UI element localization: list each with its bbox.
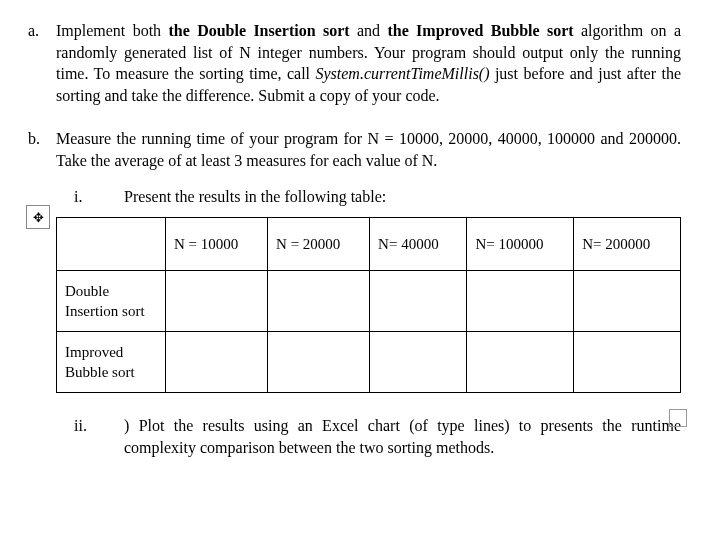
cell [166, 271, 268, 332]
item-b-label: b. [28, 128, 56, 468]
subitem-ii-label: ii. [56, 415, 124, 458]
text: Implement both [56, 22, 168, 39]
table-row: Improved Bubble sort [57, 332, 681, 393]
item-a-body: Implement both the Double Insertion sort… [56, 20, 681, 106]
cell [370, 271, 467, 332]
subitem-ii-text: ) Plot the results using an Excel chart … [124, 415, 681, 458]
item-a: a. Implement both the Double Insertion s… [28, 20, 681, 106]
cell [467, 332, 574, 393]
subitem-i-label: i. [56, 186, 124, 208]
bold-text: the Double Insertion sort [168, 22, 349, 39]
header-cell: N = 10000 [166, 218, 268, 271]
item-b: b. Measure the running time of your prog… [28, 128, 681, 468]
row-label: Improved Bubble sort [57, 332, 166, 393]
subitem-i-text: Present the results in the following tab… [124, 186, 681, 208]
subitem-ii-wrap: ii. ) Plot the results using an Excel ch… [56, 415, 681, 458]
table-row: Double Insertion sort [57, 271, 681, 332]
table-container: ✥ N = 10000 N = 20000 N= 40000 N= 100000… [56, 217, 681, 393]
item-b-body: Measure the running time of your program… [56, 128, 681, 468]
cell [268, 271, 370, 332]
code-text: System.currentTimeMillis() [315, 65, 489, 82]
header-cell: N = 20000 [268, 218, 370, 271]
subitem-ii: ii. ) Plot the results using an Excel ch… [56, 415, 681, 458]
cell [467, 271, 574, 332]
header-cell [57, 218, 166, 271]
item-a-label: a. [28, 20, 56, 106]
cell [574, 271, 681, 332]
text: and [350, 22, 388, 39]
cell [370, 332, 467, 393]
header-cell: N= 200000 [574, 218, 681, 271]
move-icon[interactable]: ✥ [26, 205, 50, 229]
header-cell: N= 100000 [467, 218, 574, 271]
header-cell: N= 40000 [370, 218, 467, 271]
cell [166, 332, 268, 393]
cell [268, 332, 370, 393]
bold-text: the Improved Bubble sort [387, 22, 573, 39]
text: Measure the running time of your program… [56, 130, 681, 169]
results-table: N = 10000 N = 20000 N= 40000 N= 100000 N… [56, 217, 681, 393]
table-header-row: N = 10000 N = 20000 N= 40000 N= 100000 N… [57, 218, 681, 271]
marker-box [669, 409, 687, 427]
row-label: Double Insertion sort [57, 271, 166, 332]
subitem-i: i. Present the results in the following … [56, 186, 681, 208]
cell [574, 332, 681, 393]
